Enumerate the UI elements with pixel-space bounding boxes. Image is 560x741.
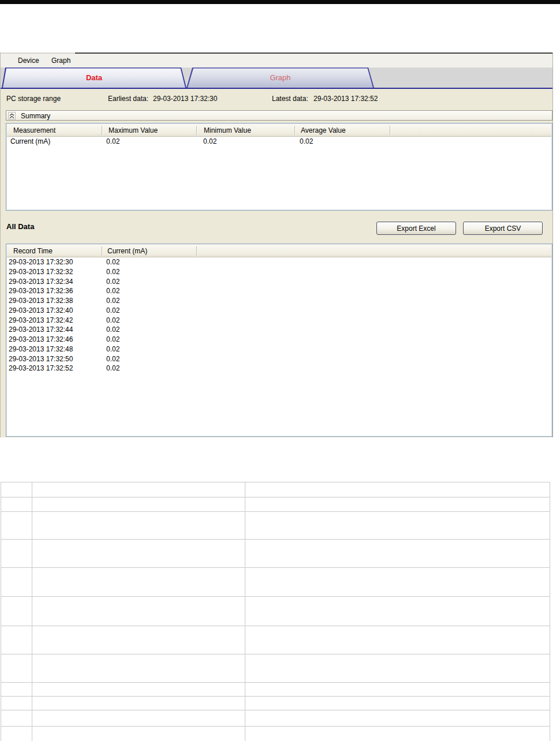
empty-table-cell — [32, 683, 245, 696]
empty-table-row — [1, 539, 550, 567]
table-cell: 29-03-2013 17:32:34 — [9, 278, 73, 286]
table-row[interactable]: Current (mA)0.020.020.02 — [7, 137, 551, 147]
col-measurement[interactable]: Measurement — [13, 126, 55, 134]
empty-table-cell — [245, 683, 550, 696]
table-cell: 0.02 — [106, 325, 120, 334]
col-average-value[interactable]: Average Value — [301, 126, 346, 134]
table-row[interactable]: 29-03-2013 17:32:300.02 — [7, 258, 551, 268]
empty-table-cell — [32, 697, 245, 710]
col-minimum-value[interactable]: Minimum Value — [204, 126, 251, 134]
empty-table-row — [1, 511, 550, 539]
empty-table-cell — [32, 597, 245, 626]
summary-table: Measurement Maximum Value Minimum Value … — [6, 123, 552, 211]
tab-graph-label: Graph — [186, 68, 374, 88]
table-cell: 0.02 — [106, 297, 120, 305]
tab-strip: Data Graph — [1, 68, 552, 89]
menu-bar: Device Graph — [1, 54, 552, 68]
table-cell: 29-03-2013 17:32:52 — [9, 364, 73, 372]
table-row[interactable]: 29-03-2013 17:32:320.02 — [7, 268, 551, 278]
table-cell: 0.02 — [106, 345, 120, 353]
empty-table-cell — [1, 683, 32, 696]
empty-table-cell — [1, 727, 32, 741]
all-data-table-body: 29-03-2013 17:32:300.0229-03-2013 17:32:… — [7, 258, 551, 436]
empty-table-row — [1, 567, 550, 596]
menu-graph[interactable]: Graph — [49, 56, 73, 66]
earliest-data-label: Earliest data: — [108, 95, 148, 103]
empty-table-row — [1, 682, 550, 696]
table-cell: 29-03-2013 17:32:36 — [9, 287, 73, 295]
table-row[interactable]: 29-03-2013 17:32:400.02 — [7, 306, 551, 316]
table-cell: 0.02 — [106, 316, 120, 324]
document-page: Device Graph Data Graph PC storage range… — [0, 0, 560, 741]
table-row[interactable]: 29-03-2013 17:32:440.02 — [7, 325, 551, 335]
empty-table-cell — [245, 654, 550, 682]
empty-table-cell — [1, 626, 32, 654]
tab-graph[interactable]: Graph — [186, 68, 374, 88]
table-cell: 29-03-2013 17:32:42 — [9, 316, 73, 324]
menu-device[interactable]: Device — [16, 56, 42, 66]
table-cell: 0.02 — [106, 335, 120, 343]
empty-table-row — [1, 726, 550, 741]
table-cell: 0.02 — [106, 137, 120, 145]
empty-document-table — [1, 482, 550, 741]
table-row[interactable]: 29-03-2013 17:32:340.02 — [7, 278, 551, 287]
table-cell: 0.02 — [300, 137, 313, 145]
table-cell: 0.02 — [106, 355, 120, 363]
table-row[interactable]: 29-03-2013 17:32:360.02 — [7, 287, 551, 297]
latest-data-label: Latest data: — [272, 95, 308, 103]
table-row[interactable]: 29-03-2013 17:32:380.02 — [7, 297, 551, 306]
empty-table-cell — [245, 597, 550, 626]
page-top-rule — [0, 0, 560, 4]
latest-data-value: 29-03-2013 17:32:52 — [313, 95, 378, 103]
empty-table-cell — [245, 710, 550, 726]
export-csv-button[interactable]: Export CSV — [463, 222, 543, 235]
table-cell: 29-03-2013 17:32:50 — [9, 355, 73, 363]
all-data-table: Record Time Current (mA) 29-03-2013 17:3… — [6, 244, 552, 437]
empty-table-cell — [245, 697, 550, 710]
table-cell: 29-03-2013 17:32:46 — [9, 335, 73, 343]
col-current-ma[interactable]: Current (mA) — [107, 247, 147, 255]
empty-table-row — [1, 497, 550, 511]
empty-table-cell — [32, 512, 245, 539]
empty-table-row — [1, 654, 550, 682]
col-maximum-value[interactable]: Maximum Value — [109, 126, 158, 134]
empty-table-cell — [1, 597, 32, 626]
table-row[interactable]: 29-03-2013 17:32:480.02 — [7, 345, 551, 355]
table-cell: 0.02 — [106, 364, 120, 372]
summary-collapse-bar[interactable]: Summary — [6, 110, 552, 121]
empty-table-row — [1, 596, 550, 626]
all-data-table-header: Record Time Current (mA) — [7, 245, 551, 257]
table-cell: Current (mA) — [10, 137, 50, 145]
empty-table-cell — [1, 568, 32, 596]
collapse-button[interactable] — [8, 112, 16, 119]
summary-table-header: Measurement Maximum Value Minimum Value … — [7, 124, 551, 137]
empty-table-cell — [245, 626, 550, 654]
empty-table-row — [1, 696, 550, 710]
table-row[interactable]: 29-03-2013 17:32:500.02 — [7, 355, 551, 365]
empty-table-cell — [32, 540, 245, 567]
table-cell: 29-03-2013 17:32:38 — [9, 297, 73, 305]
table-cell: 29-03-2013 17:32:40 — [9, 306, 73, 315]
table-row[interactable]: 29-03-2013 17:32:520.02 — [7, 364, 551, 374]
empty-table-cell — [32, 497, 245, 511]
col-record-time[interactable]: Record Time — [13, 247, 53, 255]
summary-table-body: Current (mA)0.020.020.02 — [7, 137, 551, 209]
datalogger-app-window: Device Graph Data Graph PC storage range… — [0, 53, 553, 437]
table-cell: 0.02 — [106, 258, 120, 266]
table-row[interactable]: 29-03-2013 17:32:420.02 — [7, 316, 551, 326]
empty-table-row — [1, 626, 550, 654]
table-row[interactable]: 29-03-2013 17:32:460.02 — [7, 335, 551, 345]
empty-table-cell — [32, 654, 245, 682]
tab-data[interactable]: Data — [2, 68, 186, 88]
table-cell: 29-03-2013 17:32:32 — [9, 268, 73, 276]
empty-table-cell — [1, 497, 32, 511]
empty-table-cell — [32, 482, 245, 497]
empty-table-row — [1, 710, 550, 726]
empty-table-cell — [1, 512, 32, 539]
empty-table-cell — [32, 568, 245, 596]
export-excel-button[interactable]: Export Excel — [376, 222, 456, 235]
table-cell: 29-03-2013 17:32:44 — [9, 325, 73, 334]
empty-table-row — [1, 482, 550, 497]
pc-storage-range-label: PC storage range — [6, 95, 61, 103]
empty-table-cell — [1, 654, 32, 682]
